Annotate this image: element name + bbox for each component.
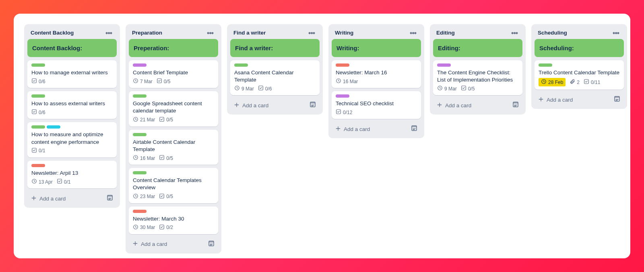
checklist-icon <box>461 85 466 92</box>
checklist-badge: 0/2 <box>159 224 173 231</box>
checklist-count: 0/6 <box>39 110 45 115</box>
list-title: Content Backlog <box>31 30 74 36</box>
card-badges: 9 Mar 0/5 <box>437 85 518 92</box>
list-stage-card[interactable]: Find a writer: <box>230 39 320 57</box>
card[interactable]: How to manage external writers 0/6 <box>27 60 117 88</box>
card[interactable]: Newsletter: March 16 16 Mar <box>332 60 421 88</box>
due-date-badge: 7 Mar <box>133 78 153 85</box>
label-green <box>133 94 147 98</box>
create-from-template-button[interactable] <box>309 101 316 110</box>
card-title: Content Brief Template <box>133 69 214 76</box>
attachment-icon <box>570 79 575 86</box>
card[interactable]: Content Calendar Templates Overview 23 M… <box>129 168 218 203</box>
due-date-text: 23 Mar <box>140 194 155 199</box>
checklist-icon <box>57 178 62 185</box>
card[interactable]: Technical SEO checklist 0/12 <box>332 91 421 119</box>
card-labels <box>31 164 113 167</box>
due-date-badge: 16 Mar <box>133 155 155 162</box>
card[interactable]: Airtable Content Calendar Template 16 Ma… <box>129 130 218 165</box>
card-badges: 0/1 <box>31 147 113 154</box>
list-menu-icon[interactable]: ••• <box>307 31 316 35</box>
plus-icon <box>436 102 443 109</box>
card[interactable]: Content Brief Template 7 Mar 0/5 <box>129 60 218 88</box>
label-green <box>31 94 45 98</box>
list-menu-icon[interactable]: ••• <box>205 31 215 35</box>
card[interactable]: How to assess external writers 0/6 <box>27 91 117 119</box>
label-purple <box>437 63 451 67</box>
create-from-template-button[interactable] <box>613 95 621 104</box>
card-badges: 28 Feb 2 0/11 <box>539 78 620 86</box>
create-from-template-button[interactable] <box>106 194 114 203</box>
list-header: Content Backlog ••• <box>27 27 117 39</box>
list-menu-icon[interactable]: ••• <box>408 31 418 35</box>
list-stage-card[interactable]: Scheduling: <box>535 39 624 57</box>
list-stage-card[interactable]: Content Backlog: <box>27 39 117 57</box>
card[interactable]: Trello Content Calendar Template 28 Feb … <box>535 60 624 90</box>
add-card-label: Add a card <box>242 102 268 108</box>
add-card-label: Add a card <box>547 97 573 103</box>
card-title: Asana Content Calendar Template <box>234 69 316 84</box>
add-card-button[interactable]: Add a card <box>233 102 268 109</box>
card-labels <box>133 94 214 98</box>
add-card-button[interactable]: Add a card <box>335 125 370 133</box>
add-card-label: Add a card <box>344 126 370 132</box>
list-menu-icon[interactable]: ••• <box>611 31 621 35</box>
card-badges: 0/12 <box>336 109 417 116</box>
checklist-icon <box>159 224 165 231</box>
clock-icon <box>133 155 138 162</box>
add-card-button[interactable]: Add a card <box>31 195 66 202</box>
list-stage-card[interactable]: Editing: <box>433 39 522 57</box>
checklist-count: 0/1 <box>39 148 45 153</box>
card[interactable]: Asana Content Calendar Template 9 Mar 0/… <box>230 60 320 95</box>
checklist-count: 0/6 <box>265 86 272 92</box>
list-stage-card[interactable]: Preperation: <box>129 39 218 57</box>
due-date-badge: 16 Mar <box>336 78 358 85</box>
checklist-icon <box>31 78 37 85</box>
list-title: Find a writer <box>233 30 266 36</box>
add-card-button[interactable]: Add a card <box>436 102 471 109</box>
list-stage-card[interactable]: Writing: <box>332 39 421 57</box>
label-green <box>31 63 45 67</box>
card-title: How to measure and optimize content engi… <box>31 131 113 145</box>
due-date-badge: 23 Mar <box>133 193 155 200</box>
list-menu-icon[interactable]: ••• <box>104 31 114 35</box>
card-title: Airtable Content Calendar Template <box>133 139 214 153</box>
clock-icon <box>133 193 138 200</box>
card[interactable]: The Content Engine Checklist: List of Im… <box>433 60 522 95</box>
label-green <box>133 133 147 136</box>
card-labels <box>539 63 620 67</box>
card-title: Google Spreadsheet content calendar temp… <box>133 100 214 115</box>
card[interactable]: Newsletter: Arpil 13 13 Apr 0/1 <box>27 161 117 188</box>
create-from-template-button[interactable] <box>208 240 215 249</box>
checklist-count: 0/11 <box>591 80 600 85</box>
card[interactable]: How to measure and optimize content engi… <box>27 122 117 157</box>
due-date-text: 28 Feb <box>548 80 563 85</box>
checklist-count: 0/5 <box>166 155 173 161</box>
list-menu-icon[interactable]: ••• <box>510 31 519 35</box>
checklist-badge: 0/5 <box>159 193 173 200</box>
list: Preparation ••• Preperation: Content Bri… <box>126 24 221 254</box>
card-labels <box>336 94 417 98</box>
add-card-row: Add a card <box>230 98 320 111</box>
checklist-count: 0/5 <box>166 194 173 199</box>
label-purple <box>336 94 349 98</box>
card-labels <box>234 63 316 67</box>
list: Scheduling ••• Scheduling: Trello Conten… <box>531 24 627 109</box>
create-from-template-button[interactable] <box>512 101 519 110</box>
card-badges: 16 Mar 0/5 <box>133 155 214 162</box>
list: Find a writer ••• Find a writer: Asana C… <box>227 24 323 115</box>
checklist-icon <box>159 155 165 162</box>
card-labels <box>437 63 518 67</box>
due-date-text: 9 Mar <box>444 86 457 92</box>
card-badges: 7 Mar 0/5 <box>133 78 214 85</box>
card[interactable]: Newsletter: March 30 30 Mar 0/2 <box>129 207 218 234</box>
checklist-badge: 0/5 <box>461 85 475 92</box>
card[interactable]: Google Spreadsheet content calendar temp… <box>129 91 218 126</box>
due-date-text: 9 Mar <box>242 86 254 92</box>
clock-icon <box>133 224 138 231</box>
add-card-button[interactable]: Add a card <box>538 96 573 104</box>
add-card-button[interactable]: Add a card <box>132 240 167 248</box>
create-from-template-button[interactable] <box>411 125 418 133</box>
clock-icon <box>133 117 138 123</box>
card-title: Newsletter: Arpil 13 <box>31 170 113 177</box>
